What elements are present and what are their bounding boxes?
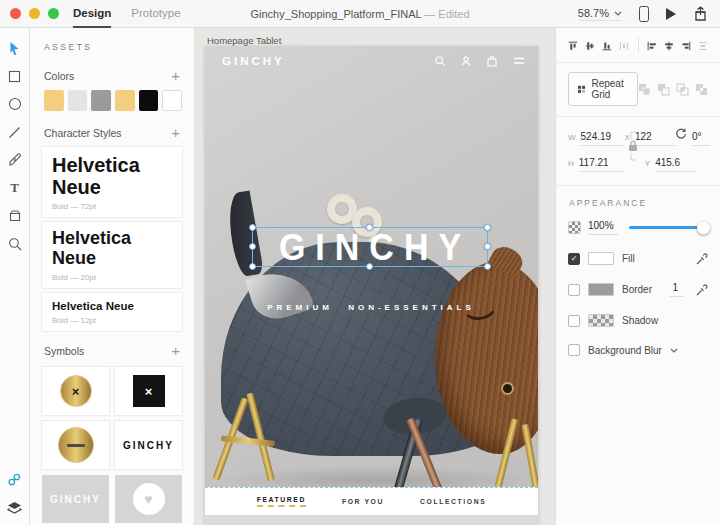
ellipse-tool[interactable] xyxy=(7,96,23,112)
eyedropper-icon[interactable] xyxy=(696,253,708,265)
hero-subtitle-text[interactable]: PREMIUM NON-ESSENTIALS xyxy=(245,303,497,312)
color-swatch[interactable] xyxy=(44,90,64,111)
border-color-swatch[interactable] xyxy=(588,283,614,296)
hero-image[interactable]: GINCHY GINCHY PREMIUM N xyxy=(205,46,538,487)
selection-handle[interactable] xyxy=(249,243,256,250)
search-icon[interactable] xyxy=(435,56,445,66)
boolean-subtract-icon[interactable] xyxy=(657,83,670,96)
shadow-checkbox[interactable] xyxy=(568,315,580,327)
shopping-bag-icon[interactable] xyxy=(487,56,497,67)
play-icon[interactable] xyxy=(666,8,676,20)
minimize-window-button[interactable] xyxy=(29,8,40,19)
artboard-tool[interactable] xyxy=(7,208,23,224)
tab-design[interactable]: Design xyxy=(73,0,111,28)
share-icon[interactable] xyxy=(693,6,708,22)
user-icon[interactable] xyxy=(461,56,471,66)
symbol-close-light[interactable]: × xyxy=(42,367,109,415)
height-value[interactable]: 117.21 xyxy=(579,157,623,172)
color-swatch[interactable] xyxy=(139,90,159,111)
shadow-swatch[interactable] xyxy=(588,314,614,327)
selection-handle[interactable] xyxy=(366,263,373,270)
rectangle-tool[interactable] xyxy=(7,68,23,84)
assets-panel-toggle[interactable] xyxy=(7,471,23,487)
color-swatch[interactable] xyxy=(162,90,182,111)
x-value[interactable]: 122 xyxy=(635,131,675,146)
symbol-button-round[interactable] xyxy=(42,421,109,469)
opacity-value[interactable]: 100% xyxy=(588,220,618,235)
color-swatch[interactable] xyxy=(115,90,135,111)
character-style-item[interactable]: Helvetica Neue Bold — 20pt xyxy=(42,222,182,288)
layers-panel-toggle[interactable] xyxy=(7,499,23,515)
add-symbol-button[interactable]: + xyxy=(171,346,180,356)
selection-handle[interactable] xyxy=(484,243,491,250)
align-left-icon[interactable] xyxy=(647,39,657,53)
character-style-item[interactable]: Helvetica Neue Bold — 72pt xyxy=(42,147,182,217)
symbol-logo-dark-on-light[interactable]: GINCHY xyxy=(115,421,182,469)
zoom-level-control[interactable]: 58.7% xyxy=(578,7,622,21)
rotation-value[interactable]: 0° xyxy=(692,131,710,146)
line-tool[interactable] xyxy=(7,124,23,140)
border-checkbox[interactable] xyxy=(568,284,580,296)
hero-title-text[interactable]: GINCHY xyxy=(253,227,487,267)
character-style-item[interactable]: Helvetica Neue Bold — 12pt xyxy=(42,293,182,332)
boolean-exclude-icon[interactable] xyxy=(695,83,708,96)
symbol-logo-light-on-gray[interactable]: GINCHY xyxy=(42,475,109,523)
distribute-vertical-icon[interactable] xyxy=(698,39,708,53)
nav-item-for-you[interactable]: FOR YOU xyxy=(342,498,384,505)
align-vertical-center-icon[interactable] xyxy=(585,39,595,53)
zoom-tool[interactable] xyxy=(7,236,23,252)
selection-handle[interactable] xyxy=(484,224,491,231)
align-horizontal-center-icon[interactable] xyxy=(664,39,674,53)
tools-sidebar: T xyxy=(0,28,30,525)
add-color-button[interactable]: + xyxy=(171,71,180,81)
pen-tool[interactable] xyxy=(7,152,23,168)
nav-item-featured[interactable]: FEATURED xyxy=(257,496,306,507)
line-icon xyxy=(8,126,21,139)
background-blur-checkbox[interactable] xyxy=(568,344,580,356)
fill-color-swatch[interactable] xyxy=(588,252,614,265)
color-swatch[interactable] xyxy=(68,90,88,111)
device-preview-icon[interactable] xyxy=(639,6,649,22)
nav-item-collections[interactable]: COLLECTIONS xyxy=(420,498,486,505)
select-tool[interactable] xyxy=(7,40,23,56)
align-top-icon[interactable] xyxy=(568,39,578,53)
boolean-add-icon[interactable] xyxy=(638,83,651,96)
rotation-field[interactable]: 0° xyxy=(675,128,710,146)
opacity-slider[interactable] xyxy=(629,226,708,229)
opacity-slider-knob[interactable] xyxy=(697,221,710,234)
chevron-down-icon[interactable] xyxy=(670,348,678,353)
width-field[interactable]: W 524.19 xyxy=(568,131,625,146)
y-field[interactable]: Y 415.6 xyxy=(645,157,695,172)
canvas[interactable]: Homepage Tablet GINCHY xyxy=(195,28,555,525)
artboard-label[interactable]: Homepage Tablet xyxy=(207,35,281,46)
color-swatch[interactable] xyxy=(91,90,111,111)
site-logo[interactable]: GINCHY xyxy=(222,55,285,67)
symbol-close-dark[interactable]: × xyxy=(115,367,182,415)
distribute-horizontal-icon[interactable] xyxy=(619,39,629,53)
menu-icon[interactable] xyxy=(513,57,525,65)
selection-handle[interactable] xyxy=(484,263,491,270)
height-field[interactable]: H 117.21 xyxy=(568,157,623,172)
y-value[interactable]: 415.6 xyxy=(655,157,695,172)
selection-handle[interactable] xyxy=(249,224,256,231)
tab-prototype[interactable]: Prototype xyxy=(131,0,180,28)
width-value[interactable]: 524.19 xyxy=(581,131,625,146)
symbol-favorite[interactable]: ♥ xyxy=(115,475,182,523)
close-window-button[interactable] xyxy=(10,8,21,19)
border-width-value[interactable]: 1 xyxy=(670,282,684,297)
align-right-icon[interactable] xyxy=(681,39,691,53)
artboard-homepage-tablet[interactable]: GINCHY GINCHY PREMIUM N xyxy=(205,46,538,525)
aspect-lock[interactable] xyxy=(626,131,638,161)
eyedropper-icon[interactable] xyxy=(696,284,708,296)
boolean-intersect-icon[interactable] xyxy=(676,83,689,96)
repeat-grid-button[interactable]: Repeat Grid xyxy=(568,72,638,106)
selection-handle[interactable] xyxy=(366,224,373,231)
maximize-window-button[interactable] xyxy=(48,8,59,19)
add-character-style-button[interactable]: + xyxy=(171,128,180,138)
symbols-section-label: Symbols xyxy=(44,345,84,357)
text-tool[interactable]: T xyxy=(7,180,23,196)
align-bottom-icon[interactable] xyxy=(602,39,612,53)
selection-handle[interactable] xyxy=(249,263,256,270)
selection-bounding-box[interactable]: GINCHY xyxy=(252,227,488,267)
fill-checkbox[interactable] xyxy=(568,253,580,265)
